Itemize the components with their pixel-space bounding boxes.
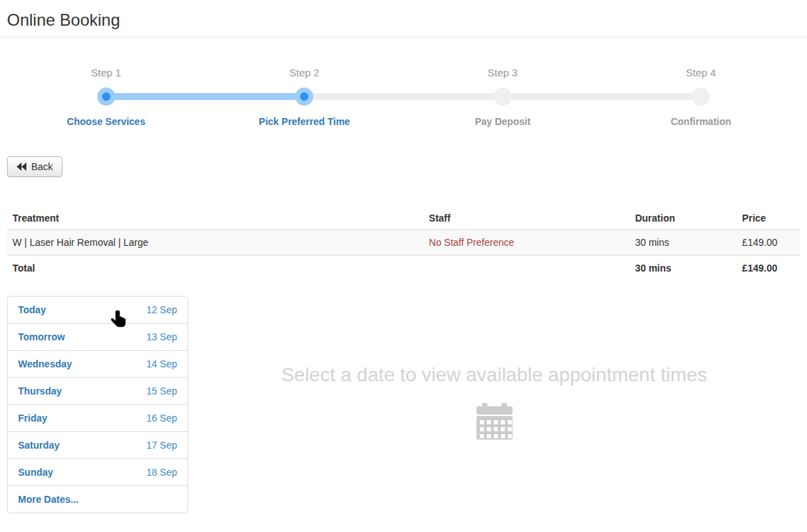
progress-segment-inactive bbox=[503, 93, 701, 100]
date-item-thursday[interactable]: Thursday 15 Sep bbox=[8, 377, 188, 404]
table-row: W | Laser Hair Removal | Large No Staff … bbox=[7, 230, 800, 256]
step-2-name: Pick Preferred Time bbox=[206, 116, 404, 127]
backward-icon bbox=[17, 163, 26, 171]
step-progress-indicator: Step 1 Step 2 Step 3 Step 4 Choose Servi… bbox=[7, 67, 800, 127]
date-item-tomorrow[interactable]: Tomorrow 13 Sep bbox=[8, 323, 188, 350]
staff-preference-cell: No Staff Preference bbox=[424, 230, 630, 256]
step-4-circle bbox=[692, 88, 710, 106]
treatment-cell: W | Laser Hair Removal | Large bbox=[7, 230, 424, 256]
progress-segment-inactive bbox=[304, 93, 503, 100]
more-dates-link[interactable]: More Dates... bbox=[8, 485, 188, 513]
online-booking-page: Online Booking Step 1 Step 2 Step 3 Step… bbox=[0, 10, 807, 513]
table-header: Treatment Staff Duration Price bbox=[7, 207, 800, 230]
step-1-circle bbox=[97, 88, 115, 106]
back-button[interactable]: Back bbox=[7, 156, 63, 177]
step-3-circle bbox=[494, 88, 512, 106]
total-duration-cell: 30 mins bbox=[629, 256, 736, 281]
date-list: Today 12 Sep Tomorrow 13 Sep Wednesday 1… bbox=[7, 296, 188, 513]
total-row: Total 30 mins £149.00 bbox=[7, 256, 800, 281]
step-progress-track bbox=[7, 88, 800, 106]
back-button-label: Back bbox=[31, 161, 53, 172]
date-item-wednesday[interactable]: Wednesday 14 Sep bbox=[8, 350, 188, 377]
calendar-icon bbox=[188, 401, 800, 444]
date-item-saturday[interactable]: Saturday 17 Sep bbox=[8, 431, 188, 458]
price-column-header: Price bbox=[737, 207, 800, 230]
step-2-number: Step 2 bbox=[206, 67, 404, 78]
step-2-circle bbox=[295, 88, 313, 106]
step-1-number: Step 1 bbox=[7, 67, 206, 78]
total-price-cell: £149.00 bbox=[737, 256, 800, 281]
step-3-name: Pay Deposit bbox=[404, 116, 602, 127]
booking-summary-table: Treatment Staff Duration Price W | Laser… bbox=[7, 207, 800, 281]
total-staff-spacer-cell bbox=[424, 256, 630, 281]
step-3-number: Step 3 bbox=[404, 67, 602, 78]
step-4-number: Step 4 bbox=[602, 67, 801, 78]
date-item-friday[interactable]: Friday 16 Sep bbox=[8, 404, 188, 431]
total-label-cell: Total bbox=[7, 256, 424, 281]
date-selection-section: Today 12 Sep Tomorrow 13 Sep Wednesday 1… bbox=[7, 296, 800, 513]
step-name-row: Choose Services Pick Preferred Time Pay … bbox=[7, 116, 800, 127]
table-body: W | Laser Hair Removal | Large No Staff … bbox=[7, 230, 800, 281]
duration-cell: 30 mins bbox=[629, 230, 736, 256]
progress-segment-active bbox=[106, 93, 305, 100]
treatment-column-header: Treatment bbox=[7, 207, 424, 230]
toolbar: Back bbox=[7, 156, 800, 177]
date-item-sunday[interactable]: Sunday 18 Sep bbox=[8, 458, 188, 485]
step-4-name: Confirmation bbox=[602, 116, 801, 127]
price-cell: £149.00 bbox=[737, 230, 800, 256]
step-1-name: Choose Services bbox=[7, 116, 206, 127]
table-header-row: Treatment Staff Duration Price bbox=[7, 207, 800, 230]
duration-column-header: Duration bbox=[629, 207, 736, 230]
page-title: Online Booking bbox=[7, 10, 800, 30]
select-date-message: Select a date to view available appointm… bbox=[188, 365, 800, 385]
step-number-row: Step 1 Step 2 Step 3 Step 4 bbox=[7, 67, 800, 78]
appointment-times-panel: Select a date to view available appointm… bbox=[188, 296, 800, 444]
date-item-today[interactable]: Today 12 Sep bbox=[8, 297, 188, 323]
staff-column-header: Staff bbox=[424, 207, 630, 230]
title-divider bbox=[0, 37, 807, 38]
